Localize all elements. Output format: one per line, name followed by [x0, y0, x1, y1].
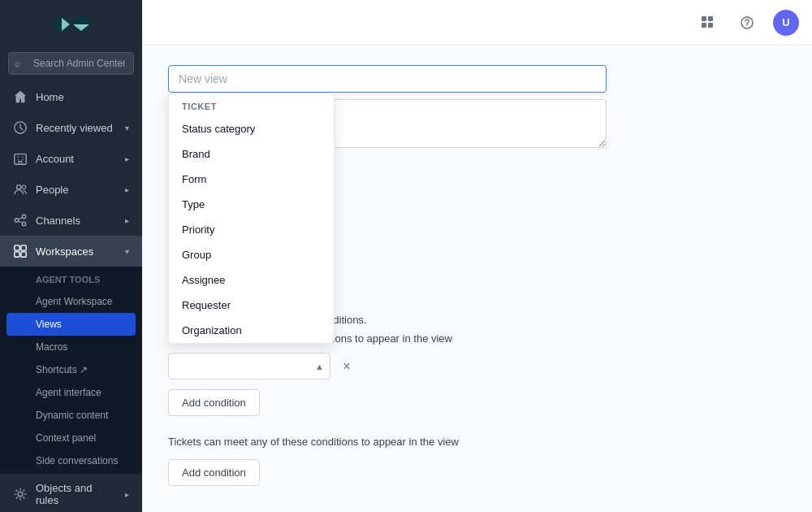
user-avatar[interactable]: U: [773, 10, 799, 36]
dropdown-section-ticket: Ticket: [169, 93, 334, 116]
remove-icon: ×: [343, 359, 350, 374]
main-content: U Ticket Status category Brand Form Type…: [142, 0, 812, 512]
sidebar-item-workspaces[interactable]: Workspaces ▾: [0, 236, 142, 267]
sidebar-search-container: ⌕: [8, 52, 134, 75]
dropdown-item-assignee[interactable]: Assignee: [169, 267, 334, 293]
add-condition-any-button[interactable]: Add condition: [168, 459, 260, 486]
condition-select-container: ▲: [168, 353, 330, 380]
sidebar-item-context-panel[interactable]: Context panel: [0, 427, 142, 449]
chevron-right-icon: ▸: [125, 490, 129, 499]
sidebar-item-objects-and-rules[interactable]: Objects and rules ▸: [0, 474, 142, 512]
clock-icon: [13, 120, 28, 135]
sidebar-item-channels-label: Channels: [36, 215, 80, 227]
sidebar-item-people-label: People: [36, 184, 68, 196]
chevron-right-icon: ▸: [125, 154, 129, 163]
dropdown-item-requester[interactable]: Requester: [169, 293, 334, 318]
sidebar-item-account-label: Account: [36, 153, 74, 165]
condition-select[interactable]: [168, 353, 330, 380]
sidebar-item-recently-viewed-label: Recently viewed: [36, 122, 113, 134]
sidebar-nav: Home Recently viewed ▾ Account ▸ People …: [0, 81, 142, 512]
dropdown-item-priority[interactable]: Priority: [169, 217, 334, 242]
building-icon: [13, 151, 28, 166]
dropdown-container: Ticket Status category Brand Form Type P…: [168, 93, 607, 151]
chevron-right-icon: ▸: [125, 216, 129, 225]
svg-point-7: [22, 215, 26, 219]
sidebar-item-home-label: Home: [36, 91, 64, 103]
chevron-down-icon: ▾: [125, 247, 129, 256]
sidebar-item-agent-interface[interactable]: Agent interface: [0, 381, 142, 404]
search-input[interactable]: [8, 52, 134, 75]
apps-button[interactable]: [695, 10, 721, 36]
svg-point-5: [22, 185, 26, 189]
conditions-any-section-label: Tickets can meet any of these conditions…: [168, 436, 786, 448]
help-button[interactable]: [734, 10, 760, 36]
svg-rect-15: [708, 16, 713, 21]
svg-point-6: [15, 219, 19, 223]
sidebar-item-account[interactable]: Account ▸: [0, 143, 142, 174]
sidebar: ⌕ Home Recently viewed ▾ Account ▸ Peopl…: [0, 0, 142, 512]
dropdown-item-form[interactable]: Form: [169, 167, 334, 192]
conditions-any-section: Tickets can meet any of these conditions…: [168, 436, 786, 486]
sidebar-item-side-conversations[interactable]: Side conversations: [0, 449, 142, 472]
svg-rect-11: [15, 252, 19, 257]
sidebar-item-shortcuts[interactable]: Shortcuts ↗: [0, 358, 142, 381]
svg-rect-9: [15, 245, 19, 250]
chevron-down-icon: ▾: [125, 124, 129, 132]
svg-rect-10: [21, 245, 26, 250]
view-name-input[interactable]: [168, 65, 607, 93]
chevron-right-icon: ▸: [125, 185, 129, 194]
channels-icon: [13, 213, 28, 228]
workspaces-submenu: Agent tools Agent Workspace Views Macros…: [0, 267, 142, 474]
home-icon: [13, 89, 28, 104]
svg-point-4: [17, 185, 21, 189]
svg-rect-16: [702, 23, 706, 28]
sidebar-item-views[interactable]: Views: [6, 313, 136, 336]
sidebar-item-dynamic-content[interactable]: Dynamic content: [0, 404, 142, 427]
section-divider: [168, 416, 786, 436]
objects-icon: [13, 487, 28, 501]
sidebar-item-workspaces-label: Workspaces: [36, 245, 93, 258]
sidebar-item-recently-viewed[interactable]: Recently viewed ▾: [0, 112, 142, 143]
avatar-initials: U: [782, 16, 789, 28]
dropdown-item-group[interactable]: Group: [169, 242, 334, 267]
svg-rect-17: [708, 23, 713, 28]
sidebar-item-agent-workspace[interactable]: Agent Workspace: [0, 290, 142, 313]
people-icon: [13, 182, 28, 197]
sidebar-item-people[interactable]: People ▸: [0, 174, 142, 205]
apps-icon: [701, 15, 715, 30]
dropdown-item-status-category[interactable]: Status category: [169, 116, 334, 141]
dropdown-item-brand[interactable]: Brand: [169, 141, 334, 167]
add-condition-all-button[interactable]: Add condition: [168, 389, 260, 416]
help-icon: [740, 15, 754, 30]
condition-row-1: ▲ ×: [168, 353, 786, 380]
sidebar-logo: [0, 0, 142, 49]
svg-point-13: [18, 492, 22, 496]
sidebar-item-home[interactable]: Home: [0, 81, 142, 112]
condition-remove-button[interactable]: ×: [337, 357, 356, 376]
svg-rect-3: [15, 154, 26, 165]
submenu-group-agent-tools: Agent tools: [0, 268, 142, 290]
svg-rect-12: [21, 252, 26, 257]
main-header: U: [142, 0, 812, 46]
svg-point-8: [22, 222, 26, 226]
sidebar-item-channels[interactable]: Channels ▸: [0, 205, 142, 236]
sidebar-item-macros[interactable]: Macros: [0, 336, 142, 358]
search-icon: ⌕: [15, 58, 20, 69]
dropdown-item-type[interactable]: Type: [169, 192, 334, 217]
workspaces-icon: [13, 244, 28, 258]
condition-dropdown-menu: Ticket Status category Brand Form Type P…: [168, 93, 335, 344]
view-form-content: Ticket Status category Brand Form Type P…: [142, 46, 812, 505]
svg-rect-14: [702, 16, 706, 21]
sidebar-item-objects-label: Objects and rules: [36, 482, 117, 506]
dropdown-item-organization[interactable]: Organization: [169, 318, 334, 343]
zendesk-logo-icon: [52, 11, 91, 37]
